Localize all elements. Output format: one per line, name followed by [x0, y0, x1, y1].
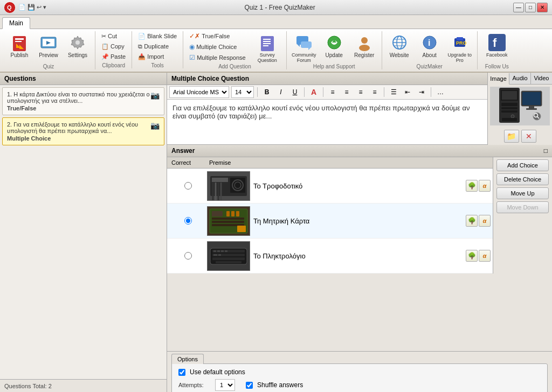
- align-center-button[interactable]: ≡: [341, 86, 353, 98]
- survey-label: Survey Question: [253, 52, 281, 63]
- facebook-button[interactable]: f Facebook: [481, 31, 513, 62]
- question-item-selected[interactable]: 2. Για να επιλέξουμε το κατάλληλο κουτί …: [2, 117, 164, 145]
- answer-alpha-btn-1[interactable]: α: [479, 180, 491, 192]
- publish-button[interactable]: Publish: [5, 31, 33, 62]
- question-edit-title: Multiple Choice Question: [167, 73, 487, 85]
- svg-rect-46: [522, 92, 541, 105]
- correct-radio-cell-1[interactable]: [169, 182, 207, 190]
- survey-question-button[interactable]: Survey Question: [252, 31, 283, 62]
- question-item[interactable]: 1. Η κάρτα Δικτύου είναι το συστατικό πο…: [2, 87, 164, 115]
- settings-label: Settings: [68, 52, 87, 58]
- window-controls[interactable]: — □ ✕: [513, 3, 548, 12]
- premise-image-3: [207, 241, 250, 271]
- svg-rect-3: [15, 38, 24, 40]
- indent-decrease-button[interactable]: ⇤: [402, 86, 413, 98]
- answer-alpha-btn-3[interactable]: α: [479, 250, 491, 262]
- font-size-select[interactable]: 14: [231, 86, 254, 98]
- add-choice-button[interactable]: Add Choice: [496, 159, 549, 171]
- help-group-label: Help and Support: [313, 64, 355, 69]
- delete-choice-button[interactable]: Delete Choice: [496, 173, 549, 185]
- align-right-button[interactable]: ≡: [355, 86, 367, 98]
- cut-button[interactable]: ✂ Cut: [99, 31, 128, 41]
- import-button[interactable]: 📥 Import: [135, 52, 180, 61]
- paste-button[interactable]: 📌 Paste: [99, 52, 128, 61]
- format-more-button[interactable]: …: [434, 86, 446, 98]
- register-label: Register: [354, 52, 374, 58]
- about-label: About: [423, 52, 437, 58]
- align-left-button[interactable]: ≡: [327, 86, 339, 98]
- bullet-list-button[interactable]: ☰: [388, 86, 399, 98]
- answer-content: Correct Premise: [167, 157, 552, 274]
- answer-image-btn-2[interactable]: 🌳: [466, 215, 478, 227]
- answer-expand-icon[interactable]: □: [544, 147, 548, 155]
- true-false-button[interactable]: ✓✗ True/False: [187, 31, 249, 41]
- answer-buttons-panel: Add Choice Delete Choice Move Up Move Do…: [493, 157, 552, 274]
- correct-radio-1[interactable]: [184, 182, 192, 190]
- tab-main[interactable]: Main: [2, 17, 30, 29]
- image-tab[interactable]: Image: [488, 73, 509, 85]
- shuffle-checkbox[interactable]: [246, 382, 253, 389]
- multiple-response-icon: ☑: [189, 54, 195, 61]
- premise-cell-2: Τη Μητρική Κάρτα 🌳 α: [207, 206, 491, 236]
- svg-marker-20: [308, 48, 310, 50]
- remove-image-button[interactable]: ✕: [521, 130, 536, 143]
- format-sep-2: [304, 87, 305, 97]
- register-button[interactable]: Register: [350, 31, 378, 62]
- community-forum-button[interactable]: Community Forum: [290, 31, 318, 62]
- svg-text:f: f: [493, 36, 497, 50]
- update-label: Update: [326, 52, 343, 58]
- svg-rect-42: [501, 110, 518, 113]
- answer-table: Correct Premise: [167, 157, 493, 274]
- use-default-checkbox[interactable]: [178, 369, 185, 376]
- answer-image-btn-1[interactable]: 🌳: [466, 180, 478, 192]
- audio-tab[interactable]: Audio: [509, 73, 531, 84]
- questions-panel-title: Questions: [0, 73, 167, 85]
- answer-image-btn-3[interactable]: 🌳: [466, 250, 478, 262]
- blank-slide-button[interactable]: 📄 Blank Slide: [135, 31, 180, 41]
- maximize-button[interactable]: □: [525, 3, 536, 12]
- premise-text-1: Το Τροφοδοτικό: [253, 182, 463, 190]
- right-panel: Multiple Choice Question Arial Unicode M…: [167, 73, 552, 392]
- publish-icon: [11, 34, 28, 51]
- multiple-choice-button[interactable]: ◉ Multiple Choice: [187, 42, 249, 52]
- about-button[interactable]: i About: [416, 31, 444, 62]
- svg-rect-47: [529, 106, 534, 108]
- justify-button[interactable]: ≡: [369, 86, 381, 98]
- image-tabs: Image Audio Video: [488, 73, 552, 85]
- attempts-select[interactable]: 1: [215, 379, 235, 391]
- move-down-button[interactable]: Move Down: [496, 201, 549, 213]
- move-up-button[interactable]: Move Up: [496, 187, 549, 199]
- question-text-area[interactable]: Για να επιλέξουμε το κατάλληλο κουτί ενό…: [167, 100, 487, 144]
- open-image-button[interactable]: 📁: [504, 130, 519, 143]
- update-button[interactable]: Update: [320, 31, 348, 62]
- format-sep-3: [323, 87, 323, 97]
- font-color-button[interactable]: A: [308, 86, 320, 98]
- facebook-icon: f: [488, 34, 506, 51]
- options-tab[interactable]: Options: [171, 354, 204, 364]
- minimize-button[interactable]: —: [513, 3, 524, 12]
- clipboard-group-label: Clipboard: [102, 62, 125, 68]
- facebook-label: Facebook: [486, 52, 508, 58]
- preview-button[interactable]: Preview: [34, 31, 63, 62]
- svg-text:PRO: PRO: [456, 40, 467, 46]
- correct-radio-3[interactable]: [184, 252, 192, 260]
- upgrade-button[interactable]: PRO Upgrade to Pro: [446, 31, 474, 62]
- website-button[interactable]: Website: [385, 31, 413, 62]
- answer-alpha-btn-2[interactable]: α: [479, 215, 491, 227]
- blank-slide-icon: 📄: [138, 33, 146, 40]
- register-icon: [356, 34, 373, 51]
- copy-button[interactable]: 📋 Copy: [99, 41, 128, 51]
- close-button[interactable]: ✕: [537, 3, 548, 12]
- multiple-response-button[interactable]: ☑ Multiple Response: [187, 53, 249, 62]
- underline-button[interactable]: U: [289, 86, 301, 98]
- video-tab[interactable]: Video: [531, 73, 552, 84]
- duplicate-button[interactable]: ⧉ Duplicate: [135, 41, 180, 51]
- correct-radio-cell-2[interactable]: [169, 217, 207, 225]
- indent-increase-button[interactable]: ⇥: [416, 86, 427, 98]
- italic-button[interactable]: I: [275, 86, 287, 98]
- font-family-select[interactable]: Arial Unicode MS: [169, 86, 229, 98]
- settings-button[interactable]: Settings: [64, 31, 92, 62]
- correct-radio-2[interactable]: [184, 217, 192, 225]
- bold-button[interactable]: B: [261, 86, 273, 98]
- correct-radio-cell-3[interactable]: [169, 252, 207, 260]
